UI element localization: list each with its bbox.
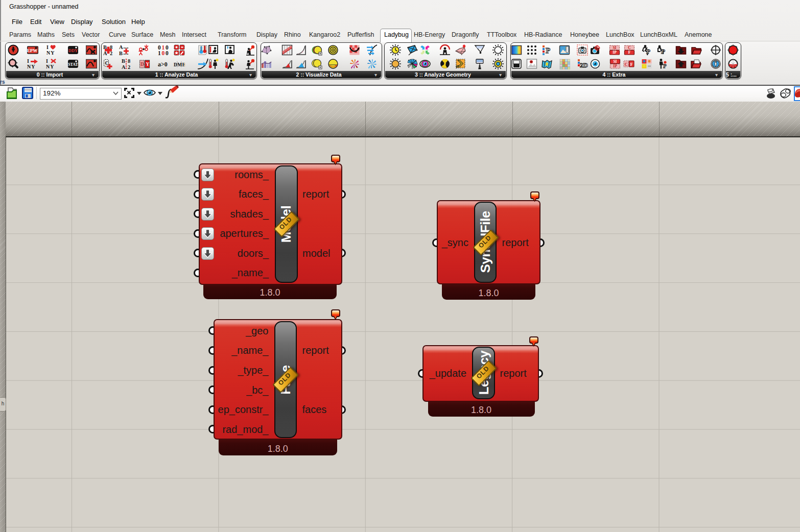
svg-text:A: A [122,64,126,69]
svg-text:a>0: a>0 [158,61,168,68]
svg-text:F: F [628,50,631,55]
svg-text:Y: Y [146,62,150,67]
svg-text:P: P [661,47,665,55]
svg-text:NY: NY [46,50,55,56]
svg-text:N: N [715,60,717,63]
svg-text:C: C [628,45,630,50]
svg-text:P: P [546,46,550,55]
svg-text:F: F [630,62,633,67]
svg-text:B: B [122,58,125,64]
svg-text:0: 0 [162,50,165,56]
svg-text:8: 8 [128,58,130,64]
svg-text:P: P [646,47,650,55]
svg-text:NY: NY [46,64,54,69]
svg-text:I: I [46,58,48,64]
svg-text:DDY: DDY [68,48,77,53]
svg-text:I: I [46,44,49,50]
svg-text:0: 0 [166,50,169,56]
svg-text:DMH: DMH [174,62,185,67]
svg-text:1: 1 [158,50,161,56]
svg-text:2: 2 [128,64,130,69]
svg-text:P: P [663,63,667,69]
svg-text:SI: SI [613,59,617,64]
svg-text:C: C [625,62,628,67]
svg-text:D: D [140,62,144,67]
svg-text:IP: IP [613,64,617,68]
svg-text:STAT: STAT [68,62,78,67]
svg-text:SI: SI [613,45,616,50]
svg-text:IP: IP [613,50,617,55]
svg-text:B: B [119,51,123,56]
svg-text:A: A [119,44,123,50]
svg-text:C: C [105,60,109,66]
svg-text:2D: 2D [580,61,588,69]
svg-text:NY: NY [27,64,35,69]
svg-text:I: I [27,58,29,64]
